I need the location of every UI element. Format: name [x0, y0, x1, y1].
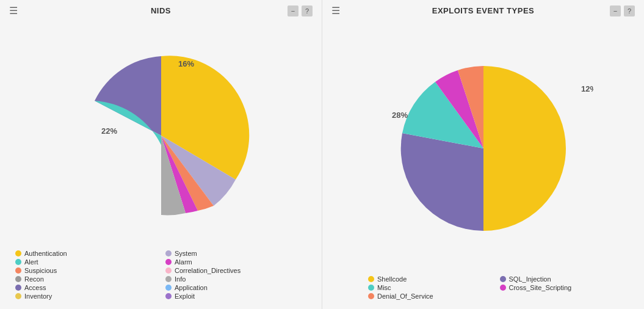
exploits-minimize-button[interactable]: − [610, 5, 621, 16]
legend-dot-shellcode [368, 276, 374, 282]
exploits-title: EXPLOITS EVENT TYPES [432, 6, 534, 15]
legend-label-alarm: Alarm [175, 258, 192, 266]
nids-header: ☰ NIDS − ? [9, 6, 313, 15]
legend-label-authentication: Authentication [24, 250, 67, 257]
legend-dot-alarm [165, 259, 172, 265]
nids-slice-access [95, 56, 161, 136]
legend-dot-inventory [15, 293, 21, 299]
nids-controls: − ? [288, 5, 313, 16]
legend-item-access: Access [15, 284, 156, 291]
nids-title: NIDS [151, 6, 171, 15]
legend-label-suspicious: Suspicious [24, 267, 57, 274]
nids-minimize-button[interactable]: − [288, 5, 298, 16]
legend-label-dos: Denial_Of_Service [377, 293, 433, 300]
exploits-menu-icon[interactable]: ☰ [331, 6, 340, 16]
legend-label-system: System [175, 250, 197, 257]
legend-label-recon: Recon [24, 275, 44, 283]
nids-label-16: 16% [178, 59, 194, 68]
exploits-label-28: 28% [392, 111, 408, 120]
nids-help-button[interactable]: ? [302, 5, 313, 16]
exploits-controls: − ? [610, 5, 635, 16]
legend-item-system: System [165, 250, 306, 257]
exploits-help-button[interactable]: ? [624, 5, 635, 16]
exploits-chart: 12% 28% 50% [374, 48, 593, 243]
legend-dot-exploit [165, 293, 172, 299]
legend-item-inventory: Inventory [15, 293, 156, 300]
legend-dot-recon [15, 276, 21, 282]
legend-dot-misc [368, 285, 374, 291]
exploits-panel: ☰ EXPLOITS EVENT TYPES − ? [322, 0, 644, 309]
legend-item-dos: Denial_Of_Service [368, 293, 491, 300]
nids-chart: 16% 22% 45% [63, 35, 259, 230]
legend-dot-sql [500, 276, 506, 282]
legend-label-sql: SQL_Injection [509, 275, 551, 283]
nids-menu-icon[interactable]: ☰ [9, 6, 18, 16]
legend-dot-alert [15, 259, 21, 265]
legend-item-application: Application [165, 284, 306, 291]
nids-chart-area: 16% 22% 45% [9, 18, 313, 247]
legend-dot-correlation [165, 267, 172, 274]
exploits-slice-shellcode2 [483, 148, 566, 231]
legend-label-exploit: Exploit [175, 293, 195, 300]
legend-label-misc: Misc [377, 284, 391, 291]
legend-item-correlation: Correlation_Directives [165, 267, 306, 274]
legend-dot-dos [368, 293, 374, 299]
exploits-slice-sql [400, 133, 483, 231]
legend-dot-suspicious [15, 267, 21, 274]
legend-item-alert: Alert [15, 258, 156, 266]
legend-label-correlation: Correlation_Directives [175, 267, 241, 274]
legend-dot-application [165, 285, 172, 291]
legend-item-crosssite: Cross_Site_Scripting [500, 284, 629, 291]
legend-dot-access [15, 285, 21, 291]
legend-item-info: Info [165, 275, 306, 283]
nids-panel: ☰ NIDS − ? [0, 0, 322, 309]
legend-dot-system [165, 250, 172, 256]
legend-label-shellcode: Shellcode [377, 275, 407, 283]
exploits-slice-shellcode [483, 66, 566, 148]
exploits-label-12: 12% [581, 84, 593, 93]
legend-label-application: Application [175, 284, 208, 291]
nids-legend: Authentication System Alert Alarm Suspic… [9, 247, 313, 303]
legend-dot-info [165, 276, 172, 282]
legend-item-shellcode: Shellcode [368, 275, 491, 283]
legend-dot-crosssite [500, 285, 506, 291]
exploits-legend: Shellcode SQL_Injection Misc Cross_Site_… [331, 272, 635, 303]
legend-item-recon: Recon [15, 275, 156, 283]
legend-label-inventory: Inventory [24, 293, 52, 300]
exploits-header: ☰ EXPLOITS EVENT TYPES − ? [331, 6, 635, 15]
legend-item-sql: SQL_Injection [500, 275, 629, 283]
legend-item-alarm: Alarm [165, 258, 306, 266]
legend-dot-authentication [15, 250, 21, 256]
legend-item-authentication: Authentication [15, 250, 156, 257]
exploits-chart-area: 12% 28% 50% [331, 18, 635, 272]
legend-label-alert: Alert [24, 258, 38, 266]
legend-item-suspicious: Suspicious [15, 267, 156, 274]
legend-label-crosssite: Cross_Site_Scripting [509, 284, 572, 291]
legend-item-exploit: Exploit [165, 293, 306, 300]
legend-item-misc: Misc [368, 284, 491, 291]
nids-label-22: 22% [101, 126, 117, 136]
legend-label-access: Access [24, 284, 46, 291]
legend-label-info: Info [175, 275, 186, 283]
